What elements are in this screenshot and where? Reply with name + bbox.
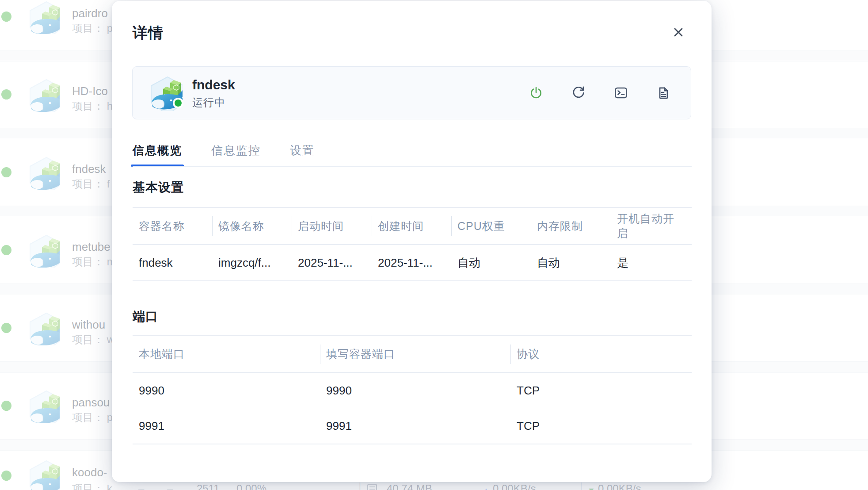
col-start-time: 启动时间 [292,219,372,234]
basic-settings-table: 容器名称 镜像名称 启动时间 创建时间 CPU权重 内存限制 开机自动开启 fn… [133,207,692,281]
restart-icon [571,85,586,101]
tabs-divider [133,166,692,167]
value-create-time: 2025-11-... [372,256,451,270]
col-image-name: 镜像名称 [212,219,292,234]
power-icon [528,85,544,101]
app-status-label: 运行中 [192,96,235,109]
ports-table: 本地端口 填写容器端口 协议 9990 9990 TCP 9991 9991 T… [133,335,692,444]
modal-tabs: 信息概览 信息监控 设置 [133,143,315,167]
value-autostart: 是 [611,255,692,271]
value-protocol: TCP [510,384,692,398]
app-icon [146,75,183,111]
power-button[interactable] [528,85,544,101]
table-row: 9991 9991 TCP [133,408,692,444]
terminal-icon [613,85,629,101]
value-local-port: 9990 [133,384,320,398]
col-create-time: 创建时间 [372,219,451,234]
col-container-port: 填写容器端口 [320,347,510,361]
value-cpu-weight: 自动 [451,255,531,271]
value-start-time: 2025-11-... [292,256,372,270]
value-container-port: 9990 [320,384,510,398]
tab-settings[interactable]: 设置 [290,143,315,167]
table-body: 9990 9990 TCP 9991 9991 TCP [133,373,692,444]
value-container-port: 9991 [320,419,510,433]
value-local-port: 9991 [133,419,320,433]
terminal-button[interactable] [613,85,629,101]
running-status-dot [173,98,183,108]
card-actions [528,85,671,101]
table-row: 9990 9990 TCP [133,373,692,408]
close-icon [672,26,685,39]
col-local-port: 本地端口 [133,347,320,361]
close-button[interactable] [672,26,685,39]
modal-title: 详情 [133,23,164,42]
col-container-name: 容器名称 [133,219,212,234]
col-memory-limit: 内存限制 [531,219,611,234]
ports-heading: 端口 [133,307,158,326]
col-autostart: 开机自动开启 [611,211,692,241]
logs-button[interactable] [655,85,671,101]
app-text: fndesk 运行中 [192,77,235,109]
table-header-row: 本地端口 填写容器端口 协议 [133,335,692,373]
value-container-name: fndesk [133,256,212,270]
table-header-row: 容器名称 镜像名称 启动时间 创建时间 CPU权重 内存限制 开机自动开启 [133,207,692,245]
value-memory-limit: 自动 [531,255,611,271]
col-cpu-weight: CPU权重 [451,219,531,234]
log-file-icon [655,85,671,101]
app-name: fndesk [192,77,235,93]
basic-settings-heading: 基本设置 [133,178,184,197]
restart-button[interactable] [571,85,586,101]
value-image-name: imgzcq/f... [212,256,292,270]
tab-info-overview[interactable]: 信息概览 [133,143,182,167]
value-protocol: TCP [510,419,692,433]
app-summary-card: fndesk 运行中 [132,66,691,119]
col-protocol: 协议 [510,347,692,361]
details-modal: 详情 fndesk 运行中 [112,1,712,482]
tab-info-monitoring[interactable]: 信息监控 [211,143,261,167]
table-row: fndesk imgzcq/f... 2025-11-... 2025-11-.… [133,245,692,281]
